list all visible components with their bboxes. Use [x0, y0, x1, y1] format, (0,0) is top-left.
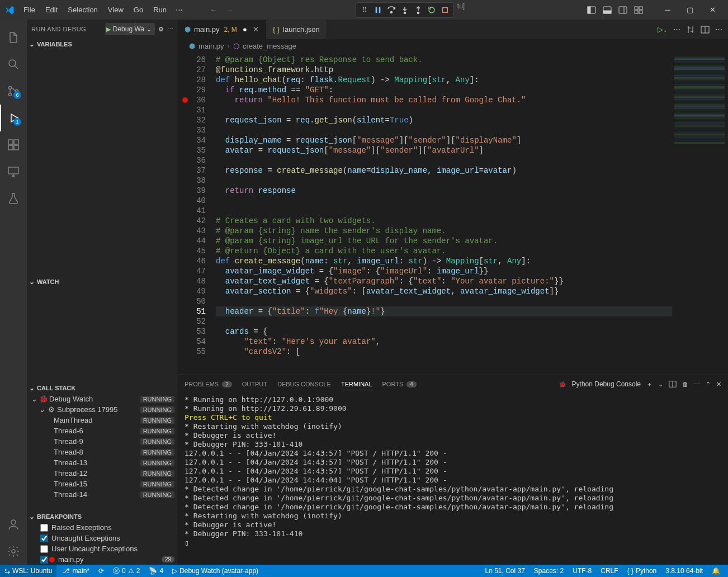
line-number[interactable]: 40 — [178, 196, 206, 206]
code-line[interactable]: if req.method == "GET": — [216, 85, 672, 95]
line-number[interactable]: 43 — [178, 226, 206, 236]
line-number[interactable]: 46 — [178, 256, 206, 266]
activity-testing[interactable] — [0, 185, 27, 212]
code-line[interactable]: avatar_image_widget = {"image": {"imageU… — [216, 266, 672, 276]
kill-terminal-icon[interactable]: 🗑 — [682, 381, 688, 387]
code-line[interactable] — [216, 105, 672, 115]
launch-config-dropdown[interactable]: ▶ Debug Wa ⌄ — [105, 23, 155, 35]
menu-view[interactable]: View — [103, 3, 128, 16]
split-terminal-icon[interactable] — [669, 380, 677, 388]
code-line[interactable]: # @return {Object} a card with the user'… — [216, 246, 672, 256]
nav-forward-icon[interactable]: → — [226, 6, 233, 14]
layout-sidebar-left-icon[interactable] — [587, 6, 596, 15]
breakpoint-row[interactable]: Uncaught Exceptions — [27, 533, 178, 543]
line-number[interactable]: 27 — [178, 65, 206, 75]
line-number[interactable]: 50 — [178, 296, 206, 306]
more-actions-icon[interactable]: ⋯ — [694, 381, 700, 388]
code-line[interactable]: return "Hello! This function must be cal… — [216, 95, 672, 105]
code-line[interactable]: # @param {string} name the sender's disp… — [216, 226, 672, 236]
menu-edit[interactable]: Edit — [41, 3, 62, 16]
line-number[interactable]: 36 — [178, 155, 206, 165]
status-problems[interactable]: ⓧ0 ⚠2 — [110, 566, 143, 576]
status-encoding[interactable]: UTF-8 — [569, 567, 595, 575]
configure-gear-icon[interactable]: ⚙ — [158, 26, 164, 33]
debug-alt-icon[interactable]: ⋯ — [673, 25, 680, 34]
activity-explorer[interactable] — [0, 24, 27, 51]
line-number[interactable]: 55 — [178, 347, 206, 357]
activity-search[interactable] — [0, 51, 27, 78]
code-line[interactable] — [216, 196, 672, 206]
debug-step-out-icon[interactable] — [412, 4, 424, 16]
status-cursor-pos[interactable]: Ln 51, Col 37 — [481, 567, 528, 575]
status-ports[interactable]: 📡4 — [145, 567, 167, 575]
line-number[interactable]: 38 — [178, 176, 206, 186]
code-line[interactable]: avatar_text_widget = {"textParagraph": {… — [216, 276, 672, 286]
line-number[interactable]: 45 — [178, 246, 206, 256]
status-branch[interactable]: ⎇main* — [59, 567, 93, 575]
callstack-row[interactable]: Thread-14RUNNING — [27, 489, 178, 500]
window-minimize-icon[interactable]: ─ — [656, 2, 679, 18]
debug-step-into-icon[interactable] — [399, 4, 411, 16]
activity-settings[interactable] — [0, 538, 27, 565]
breakpoint-checkbox[interactable] — [40, 556, 48, 564]
breakpoint-row[interactable]: main.py29 — [27, 554, 178, 565]
menu-go[interactable]: Go — [129, 3, 148, 16]
code-line[interactable] — [216, 296, 672, 306]
callstack-row[interactable]: ⌄🐞Debug WatchRUNNING — [27, 394, 178, 404]
line-number[interactable]: 32 — [178, 115, 206, 125]
tab-close-icon[interactable]: ✕ — [253, 25, 259, 34]
code-line[interactable]: request_json = req.get_json(silent=True) — [216, 115, 672, 125]
line-number[interactable]: 41 — [178, 206, 206, 216]
line-number[interactable]: 30 — [178, 95, 206, 105]
line-number[interactable]: 35 — [178, 145, 206, 155]
status-spaces[interactable]: Spaces: 2 — [531, 567, 567, 575]
breakpoint-row[interactable]: User Uncaught Exceptions — [27, 543, 178, 554]
panel-tab-debug-console[interactable]: DEBUG CONSOLE — [277, 379, 331, 390]
debug-drag-handle-icon[interactable]: ⠿ — [358, 4, 371, 16]
section-variables[interactable]: ⌄VARIABLES — [27, 39, 178, 50]
panel-tab-problems[interactable]: PROBLEMS2 — [185, 379, 232, 390]
breakpoint-checkbox[interactable] — [40, 524, 48, 532]
activity-run-debug[interactable]: 1 — [0, 105, 27, 131]
panel-tab-ports[interactable]: PORTS4 — [382, 379, 417, 390]
code-line[interactable]: # @param {string} image_url the URL for … — [216, 236, 672, 246]
activity-remote[interactable] — [0, 158, 27, 185]
tab-launch-json[interactable]: { }launch.json — [266, 20, 327, 39]
callstack-row[interactable]: Thread-15RUNNING — [27, 479, 178, 489]
status-sync[interactable]: ⟳ — [95, 567, 107, 575]
callstack-row[interactable]: Thread-6RUNNING — [27, 425, 178, 436]
menu-selection[interactable]: Selection — [63, 3, 102, 16]
compare-changes-icon[interactable] — [686, 25, 695, 34]
line-number[interactable]: 44 — [178, 236, 206, 246]
status-notifications[interactable]: 🔔 — [708, 567, 724, 575]
breakpoint-checkbox[interactable] — [40, 545, 48, 553]
code-line[interactable]: response = create_message(name=display_n… — [216, 165, 672, 176]
line-number[interactable]: 28 — [178, 75, 206, 85]
window-maximize-icon[interactable]: ▢ — [679, 2, 701, 18]
code-line[interactable]: header = {"title": f"Hey {name}!"} — [216, 306, 672, 316]
line-number[interactable]: 42 — [178, 216, 206, 226]
line-number[interactable]: 37 — [178, 165, 206, 176]
callstack-row[interactable]: Thread-8RUNNING — [27, 447, 178, 457]
window-close-icon[interactable]: ✕ — [701, 2, 724, 18]
chevron-down-icon[interactable]: ⌄ — [658, 381, 663, 388]
breadcrumbs[interactable]: ⬢ main.py › ⬡ create_message — [178, 39, 728, 53]
callstack-row[interactable]: Thread-12RUNNING — [27, 468, 178, 479]
code-line[interactable]: def create_message(name: str, image_url:… — [216, 256, 672, 266]
layout-panel-icon[interactable] — [603, 6, 612, 15]
line-number[interactable]: 29 — [178, 85, 206, 95]
callstack-row[interactable]: Thread-13RUNNING — [27, 457, 178, 468]
section-breakpoints[interactable]: ⌄BREAKPOINTS — [27, 511, 178, 522]
status-eol[interactable]: CRLF — [597, 567, 621, 575]
terminal-output[interactable]: * Running on http://127.0.0.1:9000 * Run… — [178, 393, 728, 565]
line-number[interactable]: 51 — [178, 306, 206, 316]
breakpoint-row[interactable]: Raised Exceptions — [27, 522, 178, 533]
activity-extensions[interactable] — [0, 131, 27, 158]
more-actions-icon[interactable]: ⋯ — [167, 26, 173, 33]
editor-body[interactable]: 2627282930313233343536373839404142434445… — [178, 53, 728, 375]
status-language[interactable]: { }Python — [624, 567, 660, 575]
code-line[interactable]: # @param {Object} res Response to send b… — [216, 55, 672, 65]
layout-customize-icon[interactable] — [634, 6, 643, 15]
debug-pause-icon[interactable] — [372, 4, 384, 16]
split-editor-icon[interactable] — [701, 25, 710, 34]
